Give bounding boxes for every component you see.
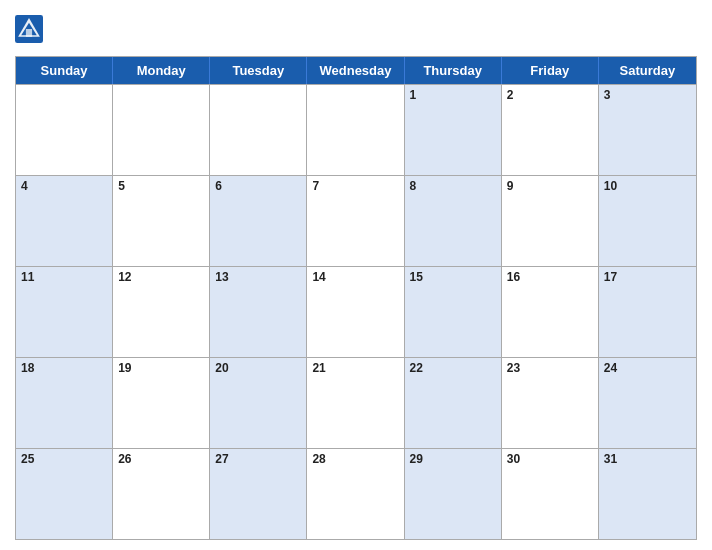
day-cell-21: 21	[307, 358, 404, 448]
day-number: 28	[312, 452, 325, 466]
calendar-page: SundayMondayTuesdayWednesdayThursdayFrid…	[0, 0, 712, 550]
day-header-saturday: Saturday	[599, 57, 696, 84]
day-cell-15: 15	[405, 267, 502, 357]
day-number: 4	[21, 179, 28, 193]
day-number: 3	[604, 88, 611, 102]
day-cell-empty	[210, 85, 307, 175]
day-number: 26	[118, 452, 131, 466]
day-cell-26: 26	[113, 449, 210, 539]
day-cell-2: 2	[502, 85, 599, 175]
calendar-grid: SundayMondayTuesdayWednesdayThursdayFrid…	[15, 56, 697, 540]
day-cell-3: 3	[599, 85, 696, 175]
day-header-monday: Monday	[113, 57, 210, 84]
day-number: 25	[21, 452, 34, 466]
calendar-header	[15, 10, 697, 48]
day-number: 8	[410, 179, 417, 193]
day-cell-empty	[307, 85, 404, 175]
day-number: 20	[215, 361, 228, 375]
day-header-sunday: Sunday	[16, 57, 113, 84]
day-header-thursday: Thursday	[405, 57, 502, 84]
day-cell-10: 10	[599, 176, 696, 266]
day-cell-30: 30	[502, 449, 599, 539]
day-headers-row: SundayMondayTuesdayWednesdayThursdayFrid…	[16, 57, 696, 84]
general-blue-logo-icon	[15, 15, 43, 43]
day-cell-11: 11	[16, 267, 113, 357]
day-cell-5: 5	[113, 176, 210, 266]
day-number: 31	[604, 452, 617, 466]
day-cell-4: 4	[16, 176, 113, 266]
day-number: 14	[312, 270, 325, 284]
day-cell-17: 17	[599, 267, 696, 357]
day-number: 21	[312, 361, 325, 375]
week-row-1: 123	[16, 84, 696, 175]
week-row-5: 25262728293031	[16, 448, 696, 539]
day-number: 23	[507, 361, 520, 375]
day-number: 27	[215, 452, 228, 466]
day-cell-14: 14	[307, 267, 404, 357]
day-cell-31: 31	[599, 449, 696, 539]
day-number: 17	[604, 270, 617, 284]
svg-rect-3	[26, 29, 32, 37]
day-header-tuesday: Tuesday	[210, 57, 307, 84]
day-cell-13: 13	[210, 267, 307, 357]
day-header-friday: Friday	[502, 57, 599, 84]
day-cell-22: 22	[405, 358, 502, 448]
day-cell-28: 28	[307, 449, 404, 539]
day-number: 12	[118, 270, 131, 284]
day-number: 1	[410, 88, 417, 102]
day-cell-6: 6	[210, 176, 307, 266]
day-cell-empty	[16, 85, 113, 175]
day-number: 13	[215, 270, 228, 284]
day-number: 24	[604, 361, 617, 375]
day-number: 19	[118, 361, 131, 375]
day-cell-8: 8	[405, 176, 502, 266]
day-number: 29	[410, 452, 423, 466]
day-number: 18	[21, 361, 34, 375]
week-row-4: 18192021222324	[16, 357, 696, 448]
day-cell-18: 18	[16, 358, 113, 448]
day-number: 30	[507, 452, 520, 466]
day-number: 5	[118, 179, 125, 193]
day-cell-7: 7	[307, 176, 404, 266]
day-cell-20: 20	[210, 358, 307, 448]
calendar-weeks: 1234567891011121314151617181920212223242…	[16, 84, 696, 539]
day-cell-24: 24	[599, 358, 696, 448]
day-number: 11	[21, 270, 34, 284]
day-number: 22	[410, 361, 423, 375]
day-cell-16: 16	[502, 267, 599, 357]
day-header-wednesday: Wednesday	[307, 57, 404, 84]
day-cell-1: 1	[405, 85, 502, 175]
logo	[15, 15, 47, 43]
day-number: 7	[312, 179, 319, 193]
day-cell-27: 27	[210, 449, 307, 539]
day-cell-empty	[113, 85, 210, 175]
week-row-2: 45678910	[16, 175, 696, 266]
day-number: 6	[215, 179, 222, 193]
day-number: 10	[604, 179, 617, 193]
day-number: 15	[410, 270, 423, 284]
day-number: 16	[507, 270, 520, 284]
day-cell-25: 25	[16, 449, 113, 539]
day-cell-9: 9	[502, 176, 599, 266]
day-number: 9	[507, 179, 514, 193]
week-row-3: 11121314151617	[16, 266, 696, 357]
day-cell-23: 23	[502, 358, 599, 448]
day-cell-12: 12	[113, 267, 210, 357]
day-number: 2	[507, 88, 514, 102]
day-cell-29: 29	[405, 449, 502, 539]
day-cell-19: 19	[113, 358, 210, 448]
